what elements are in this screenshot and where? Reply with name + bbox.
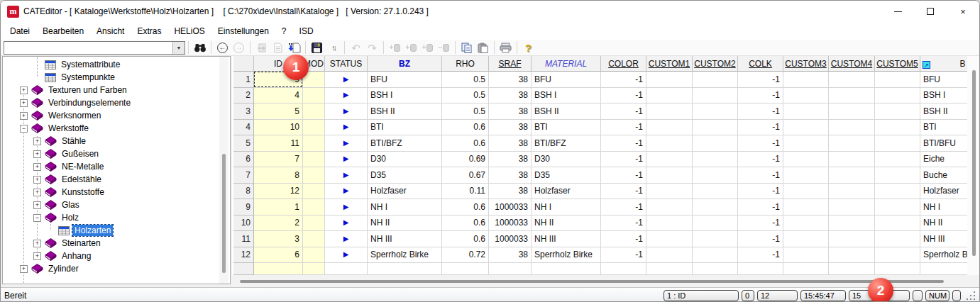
menu-item-helios[interactable]: HELiOS	[167, 24, 211, 38]
cell-mod-row-6[interactable]	[303, 152, 325, 168]
column-header-custom2[interactable]: CUSTOM2	[693, 56, 738, 72]
tree-item-label[interactable]: NE-Metalle	[60, 161, 106, 172]
row-header[interactable]	[233, 263, 254, 275]
cell-custom2-row-12[interactable]	[693, 247, 738, 264]
cell-bz-row-8[interactable]: Holzfaser	[368, 184, 442, 200]
cell-custom4-row-8[interactable]	[829, 184, 875, 200]
forward-button[interactable]: →	[231, 40, 247, 55]
cell-colk-row-11[interactable]: -1	[738, 231, 783, 247]
cell-color-row-2[interactable]: -1	[601, 88, 646, 104]
cell-custom4-row-10[interactable]	[829, 216, 875, 232]
cell-status-row-11[interactable]: ▶	[325, 231, 368, 247]
cell-color-row-4[interactable]: -1	[601, 120, 646, 136]
cell-custom1-row-12[interactable]	[646, 247, 693, 264]
cell-sraf-row-11[interactable]: 1000033	[489, 231, 532, 247]
cell-material[interactable]	[532, 263, 601, 275]
menu-item-ansicht[interactable]: Ansicht	[90, 24, 131, 38]
column-header-colk[interactable]: COLK	[738, 56, 783, 72]
cell-custom2[interactable]	[693, 263, 738, 275]
cell-custom2-row-5[interactable]	[693, 135, 738, 152]
cell-sraf-row-10[interactable]: 1000033	[489, 216, 532, 232]
cell-id-row-10[interactable]: 2	[254, 216, 303, 232]
cell-sraf-row-6[interactable]: 38	[489, 152, 532, 168]
cell-material-row-7[interactable]: D35	[532, 167, 601, 184]
cell-rho-row-7[interactable]: 0.67	[442, 167, 489, 184]
cell-material-row-4[interactable]: BTI	[532, 120, 601, 136]
cell-sraf-row-8[interactable]: 38	[489, 184, 532, 200]
cell-custom2-row-8[interactable]	[693, 184, 738, 200]
grid-vertical-scrollbar[interactable]	[967, 56, 979, 275]
tree-item-label[interactable]: Edelstähle	[60, 174, 104, 185]
cell-color-row-11[interactable]: -1	[601, 231, 646, 247]
cell-colk[interactable]	[738, 263, 783, 275]
tree-item-label[interactable]: Glas	[60, 199, 82, 211]
tree-item-systemattribute[interactable]: Systemattribute	[3, 58, 230, 71]
row-header[interactable]: 12	[233, 247, 254, 264]
cell-rho-row-8[interactable]: 0.11	[442, 184, 489, 200]
cell-color-row-3[interactable]: -1	[601, 104, 646, 120]
tree-item-steinarten[interactable]: +Steinarten	[3, 237, 230, 250]
tree-item-texturen-und-farben[interactable]: +Texturen und Farben	[3, 84, 230, 96]
tree-item-label[interactable]: Werksnormen	[46, 110, 103, 121]
cell-color-row-7[interactable]: -1	[601, 167, 646, 184]
menu-item-[interactable]: ?	[275, 24, 293, 38]
cell-custom5-row-4[interactable]	[875, 120, 920, 136]
tree-item-label[interactable]: Zylinder	[46, 263, 81, 274]
cell-mod-row-9[interactable]	[303, 199, 325, 216]
cell-material-row-2[interactable]: BSH I	[532, 88, 601, 104]
cell-rho-row-5[interactable]: 0.6	[442, 135, 489, 152]
cell-custom3-row-10[interactable]	[783, 216, 829, 232]
cell-custom1-row-2[interactable]	[646, 88, 693, 104]
cell-colk-row-9[interactable]: -1	[738, 199, 783, 216]
cell-custom4-row-9[interactable]	[829, 199, 875, 216]
cell-custom5-row-11[interactable]	[875, 231, 920, 247]
cell-custom3-row-11[interactable]	[783, 231, 829, 247]
cell-id[interactable]	[254, 263, 303, 275]
expand-toggle-icon[interactable]: +	[33, 252, 41, 260]
cell-color-row-10[interactable]: -1	[601, 216, 646, 232]
tree-scrollbar[interactable]	[219, 57, 229, 284]
cell-id-row-5[interactable]: 11	[254, 135, 303, 152]
grid-vertical-scrollbar-thumb[interactable]	[972, 70, 976, 256]
paste-button[interactable]	[475, 40, 491, 55]
cell-custom1-row-9[interactable]	[646, 199, 693, 216]
cell-custom5-row-7[interactable]	[875, 167, 920, 184]
cell-status-row-4[interactable]: ▶	[325, 120, 368, 136]
tree-item-st-hle[interactable]: +Stähle	[3, 135, 230, 147]
cell-custom3[interactable]	[783, 263, 829, 275]
tree-item-label[interactable]: Systempunkte	[59, 72, 117, 83]
cell-custom1-row-4[interactable]	[646, 120, 693, 136]
expand-toggle-icon[interactable]: +	[33, 176, 41, 184]
tree-item-systempunkte[interactable]: Systempunkte	[3, 71, 230, 84]
collapse-toggle-icon[interactable]: −	[33, 214, 41, 222]
cell-custom1-row-8[interactable]	[646, 184, 693, 200]
cell-status-row-7[interactable]: ▶	[325, 167, 368, 184]
cell-colk-row-3[interactable]: -1	[738, 104, 783, 120]
cell-status-row-9[interactable]: ▶	[325, 199, 368, 216]
cell-bz-row-6[interactable]: D30	[368, 152, 442, 168]
column-header-status[interactable]: STATUS	[325, 56, 368, 72]
tree-item-label[interactable]: Anhang	[60, 250, 93, 262]
cell-status-row-1[interactable]: ▶	[325, 72, 368, 88]
cell-sraf-row-4[interactable]: 38	[489, 120, 532, 136]
cell-status-row-6[interactable]: ▶	[325, 152, 368, 168]
cell-custom2-row-7[interactable]	[693, 167, 738, 184]
cell-custom4-row-6[interactable]	[829, 152, 875, 168]
cell-mod-row-7[interactable]	[303, 167, 325, 184]
cell-custom2-row-3[interactable]	[693, 104, 738, 120]
cell-custom1-row-11[interactable]	[646, 231, 693, 247]
cell-colk-row-4[interactable]: -1	[738, 120, 783, 136]
cell-sraf[interactable]	[489, 263, 532, 275]
save-button[interactable]	[309, 40, 325, 55]
tree-item-label[interactable]: Verbindungselemente	[46, 97, 133, 108]
expand-toggle-icon[interactable]: +	[20, 99, 28, 107]
cell-sraf-row-7[interactable]: 38	[489, 167, 532, 184]
cell-id-row-6[interactable]: 7	[254, 152, 303, 168]
cell-bz-row-12[interactable]: Sperrholz Birke	[368, 247, 442, 264]
cell-bz-row-3[interactable]: BSH II	[368, 104, 442, 120]
tree-item-label[interactable]: Stähle	[60, 135, 88, 147]
cell-colk-row-7[interactable]: -1	[738, 167, 783, 184]
cell-custom2-row-9[interactable]	[693, 199, 738, 216]
cell-sraf-row-5[interactable]: 38	[489, 135, 532, 152]
cell-custom2-row-2[interactable]	[693, 88, 738, 104]
